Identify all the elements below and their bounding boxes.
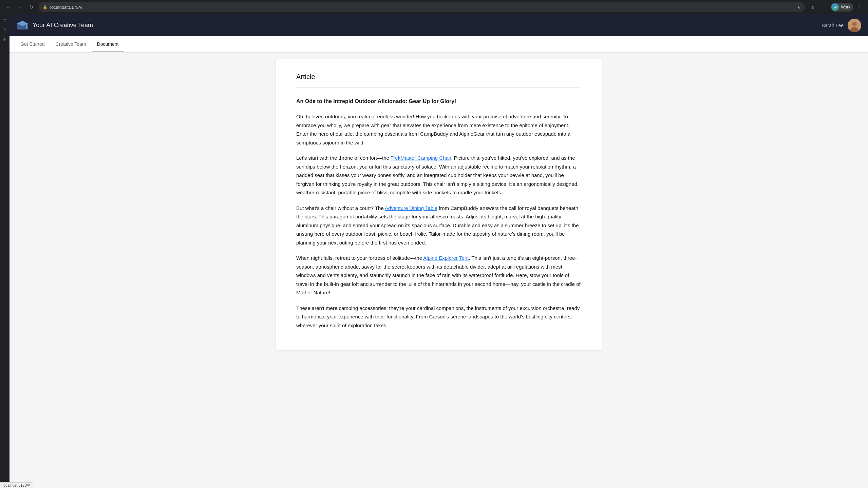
back-button[interactable]: ← [3,2,13,12]
star-icon[interactable]: ★ [797,5,801,10]
settings-button[interactable]: ⋮ [819,2,829,12]
profile-avatar-small: W [831,3,839,11]
browser-nav-buttons: ← → ↻ [3,2,36,12]
url-text: localhost:5173/# [50,5,794,10]
browser-chrome: ← → ↻ 🔒 localhost:5173/# ★ ◫ ⋮ W Work ⋮ [0,0,868,14]
profile-label: Work [841,5,850,9]
profile-pill[interactable]: W Work [831,3,853,12]
more-button[interactable]: ⋮ [855,2,865,12]
lock-icon: 🔒 [43,5,48,9]
browser-toolbar: ← → ↻ 🔒 localhost:5173/# ★ ◫ ⋮ W Work ⋮ [0,0,868,14]
forward-button[interactable]: → [15,2,24,12]
browser-actions: ◫ ⋮ W Work ⋮ [808,2,865,12]
address-bar[interactable]: 🔒 localhost:5173/# ★ [39,2,805,12]
reload-button[interactable]: ↻ [26,2,36,12]
extensions-button[interactable]: ◫ [808,2,817,12]
